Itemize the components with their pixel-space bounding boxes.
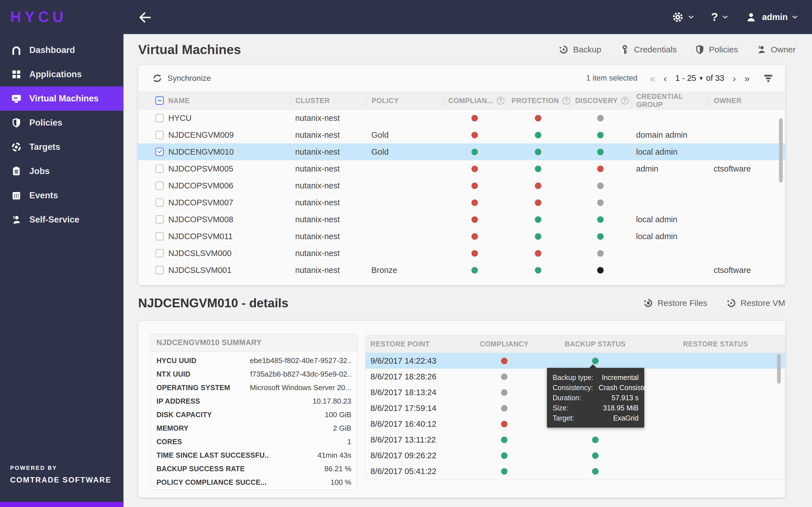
help-circle-icon[interactable]: ?	[562, 97, 570, 105]
sidebar-item-jobs[interactable]: Jobs	[0, 159, 123, 183]
header-compliance[interactable]: COMPLIAN...?	[443, 92, 506, 109]
sidebar: Dashboard Applications Virtual Machines …	[0, 34, 123, 507]
protection-status-dot	[535, 149, 541, 155]
topbar-controls: ? admin	[672, 0, 799, 34]
backup-status-dot	[592, 452, 599, 459]
sidebar-item-virtual-machines[interactable]: Virtual Machines	[0, 87, 123, 111]
row-checkbox[interactable]	[155, 215, 164, 224]
restore-point-row[interactable]: 8/6/2017 09:26:22	[365, 448, 785, 463]
back-arrow-icon[interactable]	[138, 10, 152, 25]
last-page-button[interactable]: »	[744, 73, 750, 83]
table-row[interactable]: HYCU nutanix-nest	[138, 110, 785, 126]
protection-status-dot	[535, 233, 541, 240]
protection-status-dot	[535, 132, 541, 138]
restore-vm-button[interactable]: Restore VM	[726, 298, 785, 308]
person-icon	[10, 214, 22, 226]
table-row[interactable]: NJDCSLSVM000 nutanix-nest	[138, 245, 785, 262]
restore-point-time: 8/6/2017 05:41:22	[365, 467, 464, 476]
select-all-checkbox[interactable]	[155, 96, 164, 105]
restore-point-row[interactable]: 9/6/2017 14:22:43	[365, 353, 785, 369]
chevron-down-icon	[688, 13, 695, 21]
row-checkbox[interactable]	[155, 181, 164, 190]
header-restore-point[interactable]: RESTORE POINT	[365, 340, 464, 348]
header-discovery[interactable]: DISCOVERY?	[570, 92, 631, 109]
vm-cluster: nutanix-nest	[290, 130, 366, 140]
vm-policy: Bronze	[366, 266, 443, 275]
header-backup-status[interactable]: BACKUP STATUS	[545, 340, 646, 348]
settings-menu[interactable]	[672, 11, 695, 23]
row-checkbox[interactable]	[155, 232, 164, 240]
summary-value: ebe1b485-f802-40e7-9527-32..	[250, 356, 351, 365]
compliancy-status-dot	[501, 389, 507, 396]
owner-button[interactable]: Owner	[756, 44, 796, 55]
help-circle-icon[interactable]: ?	[621, 97, 629, 105]
owner-label: Owner	[771, 45, 796, 54]
help-menu[interactable]: ?	[711, 11, 728, 23]
sidebar-item-dashboard[interactable]: Dashboard	[0, 38, 123, 62]
header-restore-status[interactable]: RESTORE STATUS	[646, 340, 785, 348]
table-row[interactable]: NJDCOPSVM008 nutanix-nest local admin	[138, 211, 785, 228]
page-range-dropdown[interactable]: 1 - 25 ▾ of 33	[675, 73, 724, 83]
table-row[interactable]: NJDCOPSVM006 nutanix-nest	[138, 177, 785, 194]
table-row[interactable]: NJDCOPSVM011 nutanix-nest local admin	[138, 228, 785, 245]
credentials-button[interactable]: Credentials	[619, 44, 677, 55]
vm-credential-group: local admin	[631, 215, 709, 224]
row-checkbox[interactable]	[155, 165, 164, 173]
restore-point-time: 8/6/2017 13:11:22	[365, 435, 464, 445]
synchronize-button[interactable]: Synchronize	[152, 73, 211, 83]
vm-owner: ctsoftware	[709, 164, 785, 173]
table-row[interactable]: NJDCOPSVM007 nutanix-nest	[138, 194, 785, 211]
header-compliancy[interactable]: COMPLIANCY	[464, 340, 545, 348]
vm-policy: Gold	[366, 147, 443, 157]
row-checkbox[interactable]	[155, 249, 164, 258]
sidebar-item-label: Jobs	[29, 166, 50, 176]
summary-rows: HYCU UUIDebe1b485-f802-40e7-9527-32.. NT…	[150, 351, 357, 489]
sidebar-item-targets[interactable]: Targets	[0, 135, 123, 159]
header-owner[interactable]: OWNER	[709, 92, 785, 109]
column-label: DISCOVERY	[575, 97, 618, 105]
header-protection[interactable]: PROTECTION?	[506, 92, 570, 109]
summary-row: POLICY COMPLIANCE SUCCE...100 %	[156, 475, 351, 489]
table-row[interactable]: NJDCENGVM009 nutanix-nest Gold domain ad…	[138, 126, 785, 144]
row-checkbox[interactable]	[155, 198, 164, 207]
page-total: of 33	[706, 73, 724, 83]
help-circle-icon[interactable]: ?	[497, 97, 504, 105]
header-credential-group[interactable]: CREDENTIAL GROUP	[631, 92, 709, 109]
sidebar-item-events[interactable]: Events	[0, 183, 123, 208]
header-name: NAME	[138, 92, 290, 109]
table-row[interactable]: NJDCENGVM010 nutanix-nest Gold local adm…	[138, 144, 785, 160]
policies-button[interactable]: Policies	[695, 44, 738, 55]
user-menu[interactable]: admin	[745, 11, 799, 23]
table-row[interactable]: NJDCOPSVM005 nutanix-nest admin ctsoftwa…	[138, 160, 785, 177]
backup-button[interactable]: Backup	[558, 44, 601, 55]
row-checkbox[interactable]	[155, 114, 164, 122]
sidebar-item-self-service[interactable]: Self-Service	[0, 208, 123, 232]
row-checkbox[interactable]	[155, 131, 164, 139]
restore-vm-icon	[726, 298, 737, 308]
filter-icon[interactable]	[763, 73, 773, 83]
row-checkbox[interactable]	[155, 266, 164, 274]
vm-table-scrollbar[interactable]	[779, 118, 783, 182]
header-cluster[interactable]: CLUSTER	[290, 92, 366, 109]
restore-table-scrollbar[interactable]	[777, 354, 781, 384]
restore-point-row[interactable]: 8/6/2017 13:11:22	[365, 432, 785, 448]
table-row[interactable]: NJDCSLSVM001 nutanix-nest Bronze ctsoftw…	[138, 262, 785, 279]
vm-table-header: NAME CLUSTER POLICY COMPLIAN...? PROTECT…	[138, 92, 785, 110]
header-policy[interactable]: POLICY	[366, 92, 443, 109]
previous-page-button[interactable]: ‹	[664, 73, 667, 83]
restore-files-button[interactable]: Restore Files	[643, 298, 707, 308]
discovery-status-dot	[597, 132, 604, 138]
next-page-button[interactable]: ›	[733, 73, 736, 83]
sidebar-item-policies[interactable]: Policies	[0, 111, 123, 135]
vm-cluster: nutanix-nest	[290, 164, 366, 173]
restore-point-row[interactable]: 8/6/2017 05:41:22	[365, 463, 785, 479]
credentials-label: Credentials	[634, 45, 677, 54]
first-page-button[interactable]: «	[650, 73, 655, 83]
summary-label: OPERATING SYSTEM	[156, 384, 230, 392]
sidebar-item-applications[interactable]: Applications	[0, 62, 123, 87]
summary-label: HYCU UUID	[156, 356, 197, 365]
column-label[interactable]: NAME	[168, 97, 190, 105]
backup-status-dot	[592, 437, 599, 443]
discovery-status-dot	[597, 115, 604, 121]
row-checkbox[interactable]	[155, 148, 164, 156]
